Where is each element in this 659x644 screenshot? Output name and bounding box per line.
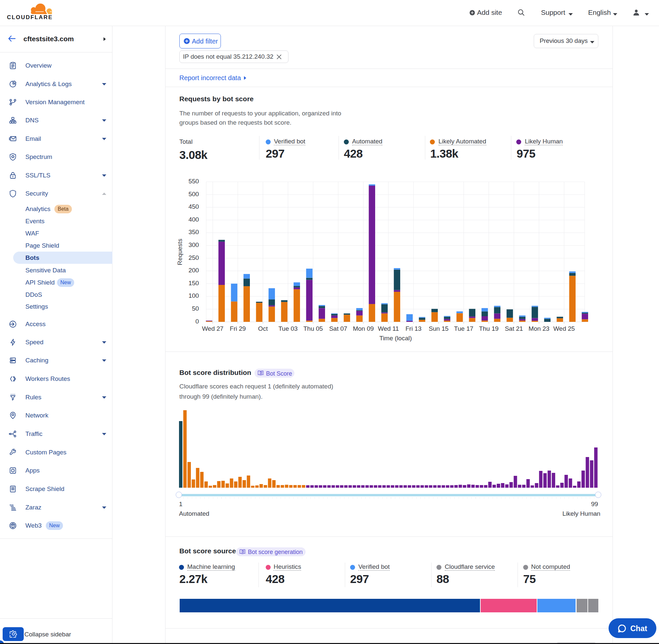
svg-text:Sat 07: Sat 07 [329,325,347,332]
svg-text:450: 450 [189,203,199,210]
svg-text:250: 250 [189,254,199,261]
svg-text:100: 100 [189,292,199,299]
svg-text:Thu 19: Thu 19 [479,325,498,332]
svg-text:500: 500 [189,190,199,198]
svg-text:Wed 25: Wed 25 [554,325,575,332]
svg-text:Requests: Requests [176,239,183,265]
svg-text:Tue 17: Tue 17 [454,325,473,332]
svg-text:50: 50 [192,305,199,312]
svg-text:300: 300 [189,242,199,248]
svg-text:Sat 21: Sat 21 [505,325,523,332]
svg-text:Tue 03: Tue 03 [278,325,297,332]
svg-text:Thu 05: Thu 05 [303,325,323,332]
svg-text:Oct: Oct [258,325,268,332]
svg-text:150: 150 [189,280,199,286]
svg-text:Fri 29: Fri 29 [230,325,246,332]
svg-text:0: 0 [195,318,199,325]
svg-text:Fri 13: Fri 13 [405,325,422,332]
svg-text:Mon 09: Mon 09 [353,325,374,332]
svg-text:Sun 15: Sun 15 [428,325,448,332]
svg-text:350: 350 [189,229,199,235]
svg-text:550: 550 [189,178,199,185]
svg-text:Wed 27: Wed 27 [202,325,223,332]
svg-text:Time (local): Time (local) [379,335,412,342]
svg-text:200: 200 [189,267,199,274]
svg-text:400: 400 [189,216,199,223]
svg-text:Wed 11: Wed 11 [378,325,399,332]
svg-text:Mon 23: Mon 23 [528,325,549,332]
